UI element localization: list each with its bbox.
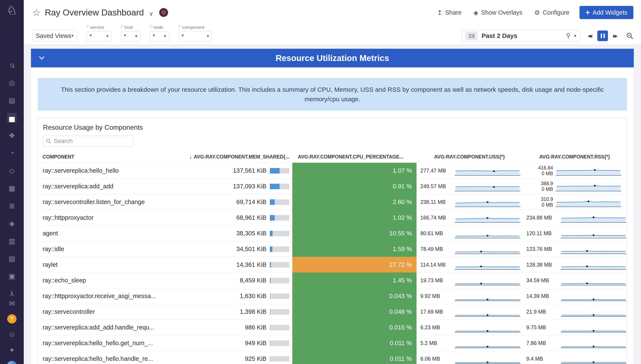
table-row[interactable]: ray::servereplica:add_add.handle_requ...… — [38, 320, 627, 335]
time-chevron-down-icon[interactable]: ▾ — [574, 33, 576, 38]
uss-value: 5.2 MB — [420, 340, 452, 346]
mem-shared-value: 137,093 KiB — [233, 183, 266, 190]
table-row[interactable]: ray::idle34,501 KiB1.59 %78.49 MB123.76 … — [38, 241, 627, 257]
filter-select-service[interactable]: *▾ — [87, 31, 112, 42]
mem-shared-cell: 986 KiB — [169, 320, 292, 335]
chevron-down-icon: ▾ — [135, 34, 137, 39]
column-header-cpu-percentage[interactable]: AVG:RAY.COMPONENT.CPU_PERCENTAGE... — [292, 154, 416, 160]
cpu-percentage-value: 0.011 % — [390, 355, 412, 362]
mem-shared-value: 68,961 KiB — [236, 214, 266, 221]
share-button[interactable]: ↥ Share — [437, 9, 462, 16]
mem-bar-track — [270, 215, 289, 220]
table-header: COMPONENT ↓ AVG:RAY.COMPONENT.MEM_SHARED… — [38, 151, 627, 163]
sparkline-chart — [561, 291, 626, 301]
rss-value: 388.90 MB — [526, 181, 553, 192]
dashboards-icon[interactable]: ▦ — [7, 183, 17, 193]
table-row[interactable]: ray::httpproxyactor.receive_asgi_messa..… — [38, 288, 627, 304]
table-row[interactable]: agent38,305 KiB10.55 %80.61 MB120.11 MB — [38, 226, 627, 241]
rss-value: 9.4 MB — [526, 356, 558, 362]
rss-cell: 7.86 MB — [522, 335, 627, 351]
table-row[interactable]: ray::servereplica:hello_hello.handle_re.… — [38, 351, 627, 364]
service-map-icon[interactable]: ◈ — [7, 218, 17, 228]
component-name: ray::httpproxyactor.receive_asgi_messa..… — [38, 288, 169, 304]
notebooks-icon[interactable]: ▧ — [7, 254, 17, 263]
table-row[interactable]: ray::httpproxyactor68,961 KiB1.02 %166.7… — [38, 210, 627, 226]
cpu-percentage-cell: 1.07 % — [292, 163, 416, 178]
datadog-logo[interactable]: ♘ — [7, 3, 17, 18]
section-title: Resource Utilization Metrics — [276, 54, 389, 63]
events-icon[interactable]: ▤ — [7, 95, 17, 105]
table-row[interactable]: ray::servereplica:hello_hello.get_num_..… — [38, 335, 627, 351]
configure-button[interactable]: ⚙ Configure — [534, 9, 569, 16]
search-icon — [46, 138, 51, 144]
org-icon[interactable]: ☺ — [7, 330, 17, 339]
component-name: raylet — [38, 257, 169, 272]
table-row[interactable]: ray::servecontroller1,398 KiB0.048 %17.6… — [38, 304, 627, 320]
table-row[interactable]: ray::servecontroller.listen_for_change69… — [38, 194, 627, 210]
support-chat-icon[interactable]: ✉ — [7, 298, 17, 308]
collapse-chevron-icon[interactable] — [39, 56, 45, 60]
sparkline-chart — [455, 354, 520, 364]
filter-select-node[interactable]: *▾ — [150, 31, 169, 42]
chevron-down-icon: ▾ — [71, 33, 74, 38]
title-chevron-down-icon[interactable]: ∨ — [149, 10, 154, 17]
time-range-picker[interactable]: 2d Past 2 Days ▾ — [462, 30, 580, 42]
zoom-out-button[interactable] — [626, 32, 633, 40]
table-row[interactable]: ray::servereplica:add_add137,093 KiB0.91… — [38, 178, 627, 194]
mem-shared-value: 38,305 KiB — [236, 230, 266, 237]
table-row[interactable]: ray::servereplica:hello_hello137,561 KiB… — [38, 163, 627, 178]
table-row[interactable]: raylet14,361 KiB27.72 %114.14 MB128.38 M… — [38, 257, 627, 272]
cpu-percentage-cell: 27.72 % — [292, 257, 416, 272]
mem-shared-value: 1,398 KiB — [240, 308, 266, 315]
sidebar-nav: ϙ◎▤▅❖◔◇▦≣◈▥▧▣λ — [7, 60, 17, 298]
search-input[interactable] — [54, 138, 131, 144]
mem-bar-fill — [270, 184, 280, 189]
logs-icon[interactable]: ▥ — [7, 236, 17, 246]
add-widgets-button[interactable]: + Add Widgets — [579, 6, 633, 19]
mem-shared-cell: 1,630 KiB — [169, 288, 292, 304]
section-header[interactable]: Resource Utilization Metrics — [31, 49, 634, 68]
table-row[interactable]: ray::echo_sleep8,459 KiB1.45 %19.73 MB34… — [38, 272, 627, 288]
sparkline-chart — [455, 228, 520, 238]
uss-cell: 277.47 MB — [416, 163, 522, 178]
cpu-percentage-value: 0.91 % — [393, 183, 412, 190]
cpu-percentage-value: 0.011 % — [390, 340, 412, 347]
saved-views-dropdown[interactable]: Saved Views ▾ — [32, 30, 77, 42]
rss-value: 34.59 MB — [526, 277, 558, 284]
time-forward-button[interactable]: ▶▶ — [610, 30, 621, 41]
pause-button[interactable] — [597, 30, 608, 41]
filter-group-host: host*▾ — [121, 25, 140, 42]
apm-icon[interactable]: ≣ — [7, 201, 17, 210]
serverless-icon[interactable]: λ — [7, 289, 17, 298]
rss-cell: 9.75 MB — [522, 320, 627, 335]
ai-assistant-icon[interactable]: ✦ — [7, 345, 17, 355]
column-header-uss[interactable]: AVG:RAY.COMPONENT.USS{*} — [416, 154, 522, 160]
component-search[interactable] — [43, 136, 134, 146]
cpu-percentage-value: 0.048 % — [389, 308, 412, 315]
mem-bar-fill — [270, 278, 270, 283]
rss-value: 310.90 MB — [526, 196, 553, 208]
uss-cell: 166.74 MB — [416, 210, 522, 226]
synthetics-icon[interactable]: ◇ — [7, 166, 17, 176]
search-icon[interactable]: ϙ — [5, 58, 19, 72]
time-backward-button[interactable]: ◀◀ — [585, 30, 595, 41]
watchdog-icon[interactable]: ◎ — [7, 78, 17, 88]
time-controls: 2d Past 2 Days ▾ ◀◀ ▶▶ — [462, 30, 633, 42]
filter-select-component[interactable]: *▾ — [179, 31, 212, 42]
pin-icon[interactable] — [566, 33, 571, 39]
uss-value: 277.47 MB — [420, 168, 452, 174]
sparkline-chart — [561, 276, 626, 286]
cpu-percentage-cell: 1.02 % — [292, 210, 416, 226]
column-header-component[interactable]: COMPONENT — [38, 154, 169, 160]
user-avatar[interactable] — [7, 361, 17, 364]
filter-select-host[interactable]: *▾ — [121, 31, 140, 42]
monitors-icon[interactable]: ◔ — [7, 148, 17, 158]
show-overlays-button[interactable]: ◈ Show Overlays — [473, 9, 522, 16]
column-header-mem-shared[interactable]: ↓ AVG:RAY.COMPONENT.MEM_SHARED{... — [169, 154, 292, 160]
help-icon[interactable]: ? — [7, 314, 17, 324]
infrastructure-icon[interactable]: ❖ — [7, 130, 17, 140]
column-header-rss[interactable]: AVG:RAY.COMPONENT.RSS{*} — [522, 154, 627, 160]
metrics-icon[interactable]: ▅ — [7, 113, 17, 123]
security-icon[interactable]: ▣ — [7, 271, 17, 281]
favorite-star-icon[interactable]: ☆ — [32, 7, 41, 18]
